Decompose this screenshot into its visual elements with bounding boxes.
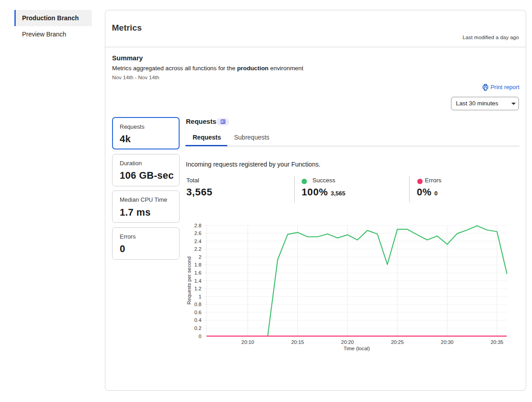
svg-text:1.8: 1.8 xyxy=(194,262,202,267)
svg-text:1: 1 xyxy=(198,294,201,299)
svg-text:0.2: 0.2 xyxy=(194,325,202,331)
svg-text:1.6: 1.6 xyxy=(194,270,202,276)
svg-text:0.4: 0.4 xyxy=(194,317,202,323)
svg-text:2: 2 xyxy=(198,254,201,260)
svg-text:20:10: 20:10 xyxy=(241,339,254,345)
svg-text:20:35: 20:35 xyxy=(491,339,503,345)
svg-text:2.6: 2.6 xyxy=(194,230,202,236)
svg-text:2.8: 2.8 xyxy=(194,223,202,228)
svg-text:1.2: 1.2 xyxy=(194,286,202,291)
svg-text:20:25: 20:25 xyxy=(391,339,404,345)
svg-text:0: 0 xyxy=(198,334,201,339)
svg-text:2.2: 2.2 xyxy=(194,246,202,252)
svg-text:0.6: 0.6 xyxy=(194,310,202,315)
svg-text:20:20: 20:20 xyxy=(341,339,354,345)
svg-text:0.8: 0.8 xyxy=(194,302,202,307)
svg-text:20:15: 20:15 xyxy=(291,339,304,345)
svg-text:Requests per second: Requests per second xyxy=(186,257,192,305)
svg-text:Time (local): Time (local) xyxy=(343,346,370,351)
svg-text:1.4: 1.4 xyxy=(194,278,202,284)
svg-text:2.4: 2.4 xyxy=(194,239,202,244)
svg-text:20:30: 20:30 xyxy=(441,339,453,345)
